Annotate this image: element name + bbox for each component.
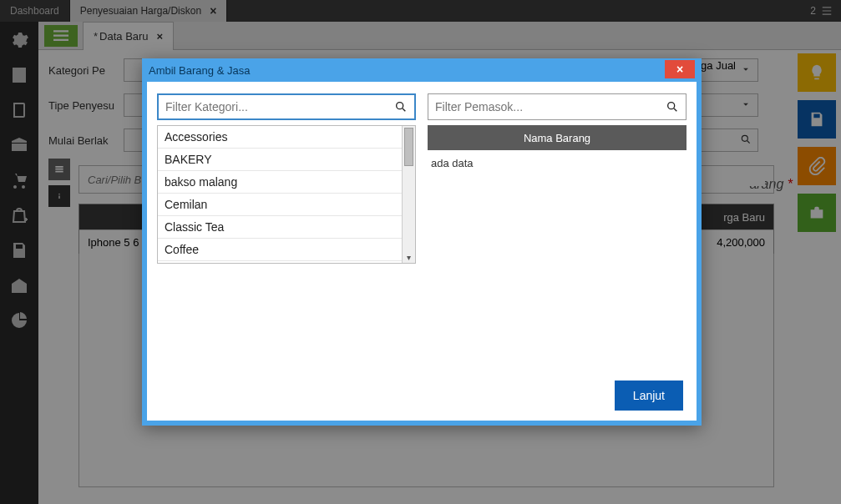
- search-icon[interactable]: [666, 100, 679, 113]
- modal-left-column: AccessoriesBAKERYbakso malangCemilanClas…: [157, 93, 416, 362]
- scroll-down-arrow[interactable]: ▾: [403, 251, 415, 263]
- kategori-item[interactable]: Cemilan: [158, 194, 415, 216]
- empty-state-text: ada data: [428, 150, 686, 176]
- scrollbar[interactable]: ▾: [402, 126, 415, 263]
- svg-point-5: [668, 103, 675, 109]
- filter-kategori[interactable]: [157, 93, 416, 120]
- filter-pemasok[interactable]: [428, 93, 686, 120]
- modal-title: Ambil Barang & Jasa: [149, 64, 250, 77]
- modal-right-column: Nama Barang ada data: [428, 93, 686, 362]
- modal-close-button[interactable]: ×: [665, 60, 695, 78]
- filter-kategori-input[interactable]: [165, 100, 394, 113]
- close-icon: ×: [676, 63, 683, 76]
- modal-footer: Lanjut: [147, 370, 697, 421]
- modal-ambil-barang: Ambil Barang & Jasa × AccessoriesBAKERYb…: [142, 58, 702, 426]
- search-icon[interactable]: [394, 100, 408, 113]
- filter-pemasok-input[interactable]: [435, 100, 666, 113]
- kategori-item[interactable]: bakso malang: [158, 171, 415, 194]
- kategori-item[interactable]: Accessories: [158, 126, 415, 149]
- lanjut-button[interactable]: Lanjut: [615, 381, 683, 411]
- modal-titlebar: Ambil Barang & Jasa ×: [142, 58, 702, 82]
- kategori-list: AccessoriesBAKERYbakso malangCemilanClas…: [157, 125, 416, 264]
- svg-point-4: [397, 103, 403, 109]
- kategori-item[interactable]: Coffee: [158, 239, 415, 261]
- scrollbar-thumb[interactable]: [404, 128, 413, 166]
- kategori-item[interactable]: BAKERY: [158, 149, 415, 171]
- kategori-item[interactable]: Classic Tea: [158, 216, 415, 239]
- nama-barang-header: Nama Barang: [428, 125, 686, 150]
